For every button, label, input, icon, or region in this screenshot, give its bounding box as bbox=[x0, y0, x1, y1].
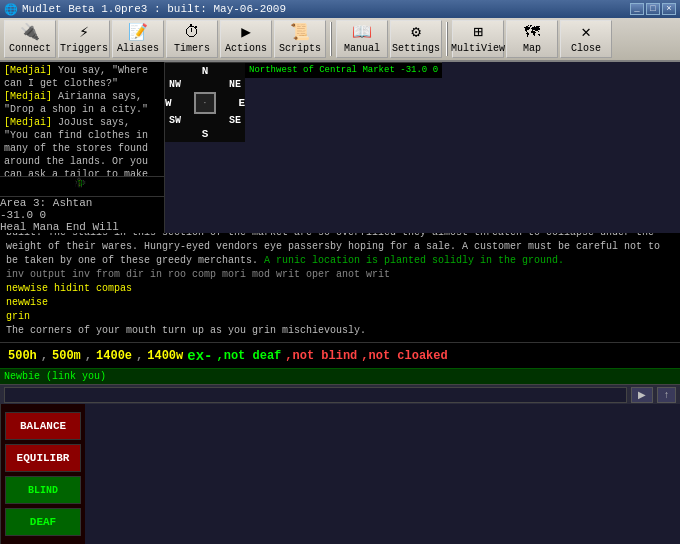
map-area-label: Area 3: Ashtan bbox=[0, 197, 164, 209]
right-panel: BALANCE EQUILIBR BLIND DEAF bbox=[0, 404, 85, 544]
chat-area: [Medjai] You say, "Where can I get cloth… bbox=[0, 62, 164, 177]
map-room bbox=[81, 185, 82, 186]
map-room bbox=[78, 185, 79, 186]
status-not-blind: ,not blind bbox=[285, 349, 357, 363]
map-bar-bg: End Will bbox=[66, 221, 119, 233]
map-room bbox=[84, 182, 85, 183]
minimize-button[interactable]: _ bbox=[630, 3, 644, 15]
title-bar-left: 🌐 Mudlet Beta 1.0pre3 : built: May-06-20… bbox=[4, 3, 286, 16]
maximize-button[interactable]: □ bbox=[646, 3, 660, 15]
actions-icon: ▶ bbox=[241, 25, 251, 41]
timers-label: Timers bbox=[174, 43, 210, 54]
map-bar-label-hp: Heal bbox=[0, 221, 26, 233]
deaf-button[interactable]: DEAF bbox=[5, 508, 81, 536]
map-bar-bg: Mana End Will bbox=[33, 221, 119, 233]
text-line: inv output inv from dir in roo comp mori… bbox=[6, 268, 674, 282]
scripts-label: Scripts bbox=[279, 43, 321, 54]
send-button[interactable]: ▶ bbox=[631, 387, 653, 403]
map-room bbox=[76, 183, 77, 184]
map-room bbox=[81, 182, 82, 183]
multiview-icon: ⊞ bbox=[473, 25, 483, 41]
map-room bbox=[81, 183, 82, 184]
app-icon: 🌐 bbox=[4, 3, 18, 16]
map-room bbox=[81, 180, 82, 181]
compass-north: N bbox=[202, 65, 209, 77]
map-room bbox=[78, 184, 79, 185]
map-room bbox=[76, 182, 77, 183]
command-input[interactable] bbox=[4, 387, 627, 403]
map-room bbox=[78, 180, 79, 181]
aliases-label: Aliases bbox=[117, 43, 159, 54]
balance-button[interactable]: BALANCE bbox=[5, 412, 81, 440]
left-panel: [Medjai] You say, "Where can I get cloth… bbox=[0, 62, 165, 233]
actions-button[interactable]: ▶ Actions bbox=[220, 20, 272, 58]
status-not-cloaked: ,not cloaked bbox=[361, 349, 447, 363]
map-room bbox=[80, 187, 81, 188]
status-sep2: , bbox=[85, 349, 92, 363]
text-line: The stars twinkle in the clear night sky… bbox=[6, 233, 674, 268]
map-room bbox=[80, 185, 81, 186]
chat-speaker: [Medjai] bbox=[4, 65, 52, 76]
text-line: newwise hidint compas bbox=[6, 282, 674, 296]
actions-label: Actions bbox=[225, 43, 267, 54]
aliases-button[interactable]: 📝 Aliases bbox=[112, 20, 164, 58]
map-room bbox=[80, 179, 81, 180]
aliases-icon: 📝 bbox=[128, 25, 148, 41]
triggers-icon: ⚡ bbox=[79, 25, 89, 41]
title-bar-controls[interactable]: _ □ × bbox=[630, 3, 676, 15]
map-room bbox=[79, 179, 80, 180]
blind-button[interactable]: BLIND bbox=[5, 476, 81, 504]
close-toolbar-button[interactable]: ✕ Close bbox=[560, 20, 612, 58]
map-bar-label-ep: End bbox=[66, 221, 86, 233]
settings-button[interactable]: ⚙ Settings bbox=[390, 20, 442, 58]
text-line: The corners of your mouth turn up as you… bbox=[6, 324, 674, 338]
compass-southeast: SE bbox=[229, 115, 241, 126]
history-button[interactable]: ↑ bbox=[657, 387, 676, 403]
map-button[interactable]: 🗺 Map bbox=[506, 20, 558, 58]
manual-button[interactable]: 📖 Manual bbox=[336, 20, 388, 58]
text-line: grin bbox=[6, 310, 674, 324]
toolbar: 🔌 Connect ⚡ Triggers 📝 Aliases ⏱ Timers … bbox=[0, 18, 680, 62]
scripts-button[interactable]: 📜 Scripts bbox=[274, 20, 326, 58]
map-svg: 5 S S S S S bbox=[0, 177, 164, 196]
map-bar-bg: Will bbox=[92, 221, 118, 233]
map-room bbox=[83, 184, 84, 185]
map-area: 5 S S S S S bbox=[0, 177, 164, 197]
newbie-bar: Newbie (link you) bbox=[0, 368, 680, 384]
connect-icon: 🔌 bbox=[20, 25, 40, 41]
triggers-button[interactable]: ⚡ Triggers bbox=[58, 20, 110, 58]
input-bar: ▶ ↑ bbox=[0, 384, 680, 404]
compass-area: N NE E SE S SW W NW · bbox=[165, 62, 245, 142]
text-line: newwise bbox=[6, 296, 674, 310]
map-room bbox=[80, 183, 81, 184]
middle-panel: dace across the iron gauntlet with her r… bbox=[0, 233, 680, 404]
chat-line: [Medjai] You say, "Where can I get cloth… bbox=[4, 64, 160, 90]
status-ex: ex- bbox=[187, 348, 212, 364]
chat-line: [Medjai] JoJust says, "You can find clot… bbox=[4, 116, 160, 177]
status-ep: 1400e bbox=[96, 349, 132, 363]
map-room-current bbox=[80, 180, 81, 181]
newbie-text: Newbie (link you) bbox=[4, 371, 106, 382]
map-room bbox=[81, 187, 82, 188]
status-hp: 500h bbox=[8, 349, 37, 363]
triggers-label: Triggers bbox=[60, 43, 108, 54]
map-room bbox=[83, 182, 84, 183]
toolbar-separator-2 bbox=[446, 22, 448, 56]
scripts-icon: 📜 bbox=[290, 25, 310, 41]
map-label: 5 bbox=[75, 180, 76, 181]
main-area: [Medjai] You say, "Where can I get cloth… bbox=[0, 62, 680, 233]
text-output[interactable]: dace across the iron gauntlet with her r… bbox=[0, 233, 680, 342]
map-label: S bbox=[75, 185, 76, 186]
multiview-button[interactable]: ⊞ MultiView bbox=[452, 20, 504, 58]
map-room bbox=[78, 183, 79, 184]
map-label: S bbox=[75, 186, 76, 187]
equilibrium-button[interactable]: EQUILIBR bbox=[5, 444, 81, 472]
timers-button[interactable]: ⏱ Timers bbox=[166, 20, 218, 58]
map-label: Map bbox=[523, 43, 541, 54]
balance-label: BALANCE bbox=[20, 420, 66, 432]
map-room bbox=[83, 180, 84, 181]
connect-button[interactable]: 🔌 Connect bbox=[4, 20, 56, 58]
close-button[interactable]: × bbox=[662, 3, 676, 15]
blind-label: BLIND bbox=[28, 485, 58, 496]
map-icon: 🗺 bbox=[524, 25, 540, 41]
